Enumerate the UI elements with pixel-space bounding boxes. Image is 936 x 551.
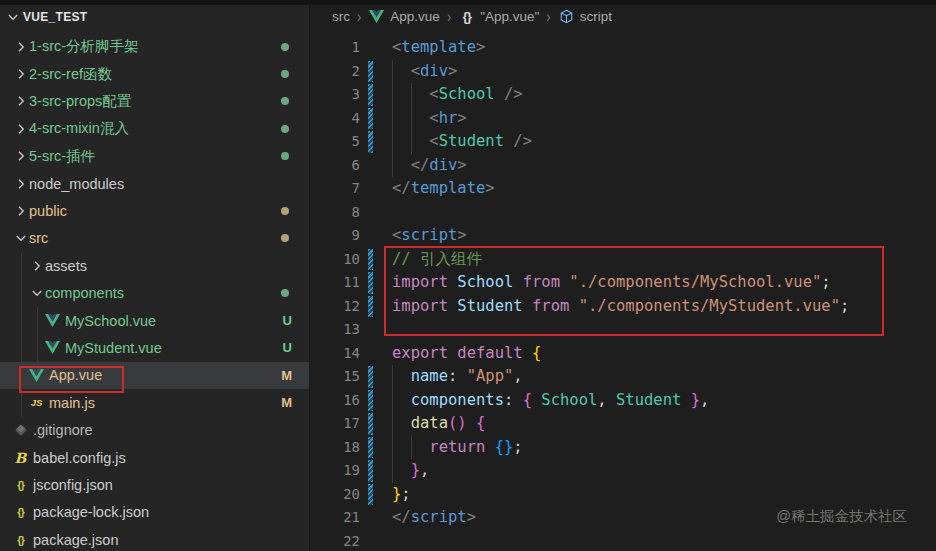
code-line-3[interactable]: 3 <School /> [311, 83, 936, 107]
git-status-dot [281, 43, 289, 51]
file-label: 5-src-插件 [29, 147, 95, 166]
line-number: 2 [311, 60, 360, 84]
tree-item-app-vue[interactable]: App.vueM [0, 362, 309, 389]
code-line-19[interactable]: 19 }, [311, 459, 936, 483]
tree-item-src[interactable]: src [0, 225, 309, 252]
breadcrumb-item[interactable]: src [332, 9, 350, 24]
code-text: return {}; [392, 436, 523, 460]
git-modified-gutter-mark [368, 390, 373, 412]
code-line-17[interactable]: 17 data() { [311, 412, 936, 436]
code-line-6[interactable]: 6 </div> [311, 154, 936, 178]
code-line-22[interactable]: 22 [311, 530, 936, 551]
tree-item-2-src-ref-[interactable]: 2-src-ref函数 [0, 60, 309, 87]
line-number: 15 [311, 365, 360, 389]
file-label: .gitignore [33, 422, 93, 438]
line-number: 16 [311, 389, 360, 413]
vue-icon [44, 312, 61, 329]
git-modified-gutter-mark [368, 61, 373, 83]
code-line-8[interactable]: 8 [311, 201, 936, 225]
code-text: export default { [392, 342, 541, 366]
line-number: 3 [311, 83, 360, 107]
chevron-right-icon [12, 120, 29, 137]
git-modified-gutter-mark [368, 366, 373, 388]
code-line-4[interactable]: 4 <hr> [311, 107, 936, 131]
git-modified-gutter-mark [368, 460, 373, 482]
breadcrumb-item[interactable]: {}"App.vue" [458, 8, 539, 25]
tree-item-1-src-[interactable]: 1-src-分析脚手架 [0, 33, 309, 60]
vue-icon [28, 367, 45, 384]
line-number: 8 [311, 201, 360, 225]
line-number: 7 [311, 177, 360, 201]
breadcrumb-separator-icon: › [447, 8, 451, 26]
tree-item-4-src-mixin-[interactable]: 4-src-mixin混入 [0, 115, 309, 142]
code-line-20[interactable]: 20}; [311, 483, 936, 507]
code-line-15[interactable]: 15 name: "App", [311, 365, 936, 389]
code-line-16[interactable]: 16 components: { School, Student }, [311, 389, 936, 413]
tree-item-5-src-[interactable]: 5-src-插件 [0, 143, 309, 170]
code-line-9[interactable]: 9<script> [311, 224, 936, 248]
git-modified-gutter-mark [368, 108, 373, 130]
file-label: 1-src-分析脚手架 [29, 37, 139, 56]
code-line-7[interactable]: 7</template> [311, 177, 936, 201]
git-status-badge: M [281, 395, 292, 410]
tree-item-main-js[interactable]: JSmain.jsM [0, 389, 309, 416]
code-area[interactable]: 1<template>2 <div>3 <School />4 <hr>5 <S… [311, 36, 936, 551]
chevron-right-icon [12, 148, 29, 165]
line-number: 19 [311, 459, 360, 483]
tree-item-assets[interactable]: assets [0, 252, 309, 279]
breadcrumb-label: src [332, 9, 350, 24]
chevron-right-icon [12, 203, 29, 220]
git-modified-gutter-mark [368, 437, 373, 459]
file-label: src [29, 230, 48, 246]
line-number: 10 [311, 248, 360, 272]
cube-icon [558, 8, 575, 25]
file-label: package-lock.json [33, 504, 149, 520]
file-label: App.vue [49, 367, 102, 383]
chevron-down-icon [4, 8, 21, 25]
line-number: 12 [311, 295, 360, 319]
file-label: MyStudent.vue [65, 340, 162, 356]
line-number: 1 [311, 36, 360, 60]
breadcrumb-separator-icon: › [357, 8, 361, 26]
git-modified-gutter-mark [368, 413, 373, 435]
code-line-12[interactable]: 12import Student from "./components/MySt… [311, 295, 936, 319]
json-icon: {} [12, 531, 29, 548]
tree-item-package-lock-json[interactable]: {}package-lock.json [0, 499, 309, 526]
file-label: components [45, 285, 124, 301]
tree-item-myschool-vue[interactable]: MySchool.vueU [0, 307, 309, 334]
tree-item-jsconfig-json[interactable]: {}jsconfig.json [0, 471, 309, 498]
tree-item-package-json[interactable]: {}package.json [0, 526, 309, 551]
code-line-14[interactable]: 14export default { [311, 342, 936, 366]
code-line-10[interactable]: 10// 引入组件 [311, 248, 936, 272]
file-label: babel.config.js [33, 450, 126, 466]
tree-item-3-src-props-[interactable]: 3-src-props配置 [0, 88, 309, 115]
tree-item-components[interactable]: components [0, 280, 309, 307]
line-number: 20 [311, 483, 360, 507]
breadcrumb-label: App.vue [390, 9, 440, 24]
code-text: <template> [392, 36, 485, 60]
tree-item-babel-config-js[interactable]: Bbabel.config.js [0, 444, 309, 471]
code-line-18[interactable]: 18 return {}; [311, 436, 936, 460]
code-line-13[interactable]: 13 [311, 318, 936, 342]
chevron-down-icon [28, 285, 45, 302]
line-number: 14 [311, 342, 360, 366]
breadcrumb-item[interactable]: script [558, 8, 612, 25]
code-line-5[interactable]: 5 <Student /> [311, 130, 936, 154]
line-number: 17 [311, 412, 360, 436]
code-line-1[interactable]: 1<template> [311, 36, 936, 60]
line-number: 6 [311, 154, 360, 178]
tree-item-mystudent-vue[interactable]: MyStudent.vueU [0, 334, 309, 361]
code-line-2[interactable]: 2 <div> [311, 60, 936, 84]
file-label: node_modules [29, 176, 124, 192]
code-line-11[interactable]: 11import School from "./components/MySch… [311, 271, 936, 295]
explorer-sidebar: VUE_TEST 1-src-分析脚手架2-src-ref函数3-src-pro… [0, 0, 310, 551]
line-number: 21 [311, 506, 360, 530]
chevron-right-icon [12, 38, 29, 55]
git-modified-gutter-mark [368, 272, 373, 294]
code-text: <div> [392, 60, 457, 84]
tree-item-public[interactable]: public [0, 197, 309, 224]
tree-item--gitignore[interactable]: .gitignore [0, 416, 309, 443]
project-title: VUE_TEST [23, 10, 87, 24]
tree-item-node-modules[interactable]: node_modules [0, 170, 309, 197]
breadcrumb-item[interactable]: App.vue [368, 8, 440, 25]
